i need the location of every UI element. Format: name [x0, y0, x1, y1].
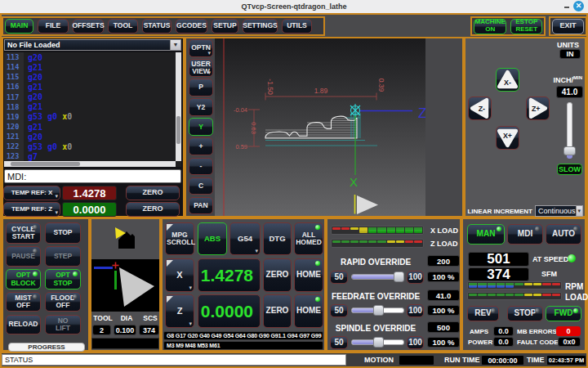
estop-reset-button[interactable]: ESTOP RESET	[510, 19, 542, 34]
increment-dropdown-chevron-icon[interactable]: ▼	[576, 206, 582, 216]
view-button--[interactable]: -	[189, 158, 213, 176]
close-icon[interactable]: ✕	[573, 1, 584, 11]
view-button-optn[interactable]: OPTN▾	[189, 39, 213, 57]
cycle-start-button[interactable]: CYCLE START	[6, 222, 41, 244]
gcode-vertical-scrollbar[interactable]	[176, 52, 181, 161]
tab-setup[interactable]: SETUP	[212, 19, 238, 34]
tab-gcodes[interactable]: GCODES	[176, 19, 207, 34]
linear-increment-dropdown[interactable]: Continuous ▼	[535, 205, 583, 217]
override-min-button[interactable]: 50	[330, 336, 348, 349]
dtg-button[interactable]: DTG	[263, 222, 292, 255]
g54-button[interactable]: G54▾	[229, 222, 261, 255]
pause-button[interactable]: PAUSE	[6, 246, 41, 267]
override-percent: 100 %	[427, 272, 460, 282]
temp-ref-z-button[interactable]: TEMP REF: Z▾	[3, 202, 60, 217]
gcode-line-number: 113	[4, 52, 24, 62]
home-x-button[interactable]: HOME	[294, 258, 323, 292]
backplot-view[interactable]: 1.89 -1.50 0.39 -0.04 0.63 0.59	[215, 38, 425, 216]
spindle-fwd-button[interactable]: FWD	[546, 306, 581, 321]
step-button[interactable]: STEP	[45, 246, 81, 267]
opt-stop-button[interactable]: OPT STOP	[45, 269, 81, 289]
loaded-file-dropdown[interactable]: No File Loaded ▼	[4, 39, 181, 51]
gcode-line[interactable]: 116g21	[4, 82, 176, 92]
stop-button[interactable]: STOP	[45, 222, 81, 244]
zero-z-dro-button[interactable]: ZERO	[263, 294, 292, 328]
override-min-button[interactable]: 50	[330, 271, 348, 284]
slow-button[interactable]: SLOW	[557, 164, 582, 175]
gcode-line[interactable]: 120g21	[4, 122, 176, 132]
gcode-line[interactable]: 115g20	[4, 72, 176, 82]
gcode-horizontal-scrollbar[interactable]	[4, 161, 176, 167]
jog-x-minus-button[interactable]: X-	[496, 68, 519, 92]
override-max-button[interactable]: 100	[407, 271, 424, 284]
mdi-input[interactable]: MDI:	[4, 169, 181, 183]
tab-file[interactable]: FILE	[38, 19, 69, 34]
home-machine-icon	[114, 227, 138, 249]
gcode-editor[interactable]: 113g20114g21115g20116g21117g20118g21119g…	[4, 52, 181, 167]
zero-z-button[interactable]: ZERO	[126, 202, 180, 217]
override-slider-handle[interactable]	[394, 272, 404, 282]
tab-tool[interactable]: TOOL	[108, 19, 138, 34]
exit-button[interactable]: EXIT	[552, 19, 584, 34]
mist-off-button[interactable]: MIST OFF	[6, 292, 41, 312]
gcode-line[interactable]: 122g53 g0 x0	[4, 141, 176, 151]
gcode-line[interactable]: 113g20	[4, 52, 176, 62]
view-button-c[interactable]: C	[189, 177, 213, 195]
zero-x-dro-button[interactable]: ZERO	[263, 258, 292, 292]
view-button-user-view[interactable]: USER VIEW▾	[189, 59, 213, 77]
tab-utils[interactable]: UTILS	[282, 19, 312, 34]
spindle-stop-button[interactable]: STOP	[507, 306, 543, 321]
auto-mode-button[interactable]: AUTO	[546, 224, 581, 245]
dim-width-label: 1.89	[314, 87, 328, 95]
tab-offsets[interactable]: OFFSETS	[73, 19, 104, 34]
abs-button[interactable]: ABS	[198, 222, 227, 255]
temp-ref-x-button[interactable]: TEMP REF: X▾	[3, 186, 60, 200]
tab-settings[interactable]: SETTINGS	[243, 19, 278, 34]
button-led	[73, 272, 78, 276]
jog-x-plus-button[interactable]: X+	[496, 126, 519, 150]
gcode-line[interactable]: 119g53 g0 x0	[4, 112, 176, 122]
rev-led	[491, 308, 496, 313]
vertical-scrollbar-thumb[interactable]	[176, 116, 180, 144]
axis-z-button[interactable]: Z ▾	[165, 294, 194, 328]
machine-on-button[interactable]: MACHINE ON	[474, 19, 506, 34]
amps-label: AMPS	[470, 328, 488, 335]
jog-rate-slider-handle[interactable]	[564, 146, 576, 155]
override-slider-handle[interactable]	[373, 305, 384, 316]
view-button-y[interactable]: Y	[189, 118, 213, 136]
mpg-scroll-button[interactable]: MPG SCROLL	[165, 222, 194, 255]
flood-off-button[interactable]: FLOOD OFF	[45, 292, 81, 312]
gcode-line[interactable]: 123g7	[4, 151, 176, 161]
override-slider-handle[interactable]	[373, 337, 384, 348]
all-homed-button[interactable]: ALL HOMED	[294, 222, 323, 255]
no-lift-button[interactable]: NO LIFT	[45, 315, 81, 334]
home-z-button[interactable]: HOME	[294, 294, 323, 328]
man-mode-button[interactable]: MAN	[467, 224, 505, 245]
axis-x-button[interactable]: X ▾	[165, 258, 194, 292]
view-button--[interactable]: +	[189, 137, 213, 155]
gcode-line[interactable]: 114g21	[4, 62, 176, 72]
opt-block-button[interactable]: OPT BLOCK	[6, 269, 41, 289]
view-button-y2[interactable]: Y2	[189, 98, 213, 116]
override-max-button[interactable]: 100	[407, 304, 424, 317]
jog-z-plus-button[interactable]: Z+	[526, 96, 550, 120]
gcode-line[interactable]: 117g20	[4, 92, 176, 102]
horizontal-scrollbar-thumb[interactable]	[11, 162, 80, 166]
mb-errors-label: MB ERRORS	[517, 328, 557, 335]
tab-main[interactable]: MAIN	[5, 19, 33, 34]
override-max-button[interactable]: 100	[407, 336, 424, 349]
gcode-line[interactable]: 121g20	[4, 132, 176, 141]
gcode-line[interactable]: 118g21	[4, 102, 176, 112]
mdi-mode-button[interactable]: MDI	[507, 224, 543, 245]
override-min-button[interactable]: 50	[330, 304, 348, 317]
spindle-rev-button[interactable]: REV	[467, 306, 499, 321]
button-led	[33, 294, 38, 299]
minimize-icon[interactable]	[564, 7, 569, 8]
zero-x-button[interactable]: ZERO	[126, 186, 180, 200]
reload-button[interactable]: RELOAD	[6, 315, 41, 334]
view-button-p[interactable]: P	[189, 79, 213, 96]
jog-z-minus-button[interactable]: Z-	[468, 96, 492, 120]
tab-status[interactable]: STATUS	[142, 19, 172, 34]
file-dropdown-chevron-icon[interactable]: ▼	[170, 40, 180, 50]
view-button-pan[interactable]: PAN	[189, 197, 213, 215]
